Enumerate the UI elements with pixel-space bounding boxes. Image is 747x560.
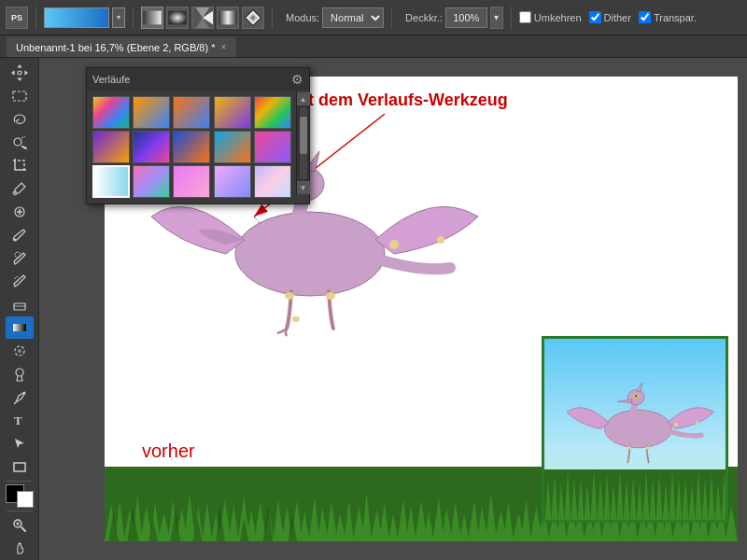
healing-tool[interactable] [6, 201, 34, 223]
dither-group: Dither [589, 11, 631, 23]
svg-point-37 [437, 236, 444, 244]
gradient-swatch-9[interactable] [214, 131, 251, 163]
eraser-tool[interactable] [6, 293, 34, 315]
main-area: T Verläufe ⚙ [0, 58, 747, 560]
before-label: vorher [142, 441, 195, 462]
quick-select-tool[interactable] [6, 131, 34, 153]
mode-group: Modus: Normal [280, 7, 384, 28]
gradient-swatch-15[interactable] [254, 165, 291, 198]
type-tool[interactable]: T [6, 409, 34, 431]
gradient-type-group [141, 7, 264, 29]
gradient-group: ▾ [44, 7, 125, 28]
gradient-linear-btn[interactable] [141, 7, 163, 29]
gradient-picker-settings-icon[interactable]: ⚙ [291, 72, 303, 87]
svg-point-21 [16, 369, 23, 376]
gradient-swatch-12[interactable] [133, 165, 170, 198]
svg-point-36 [389, 240, 399, 249]
gradient-picker-header: Verläufe ⚙ [87, 68, 309, 91]
gradient-swatch-1[interactable] [92, 96, 130, 129]
scroll-up-btn[interactable]: ▲ [297, 92, 310, 105]
gradient-swatch-5[interactable] [254, 96, 291, 129]
gradient-picker-scrollbar: ▲ ▼ [296, 92, 309, 194]
opacity-label: Deckkr.: [405, 12, 443, 23]
gradient-diamond-btn[interactable] [242, 7, 264, 29]
lasso-tool[interactable] [6, 108, 34, 131]
tab-title: Unbenannt-1 bei 16,7% (Ebene 2, RGB/8) * [16, 42, 215, 53]
sep3 [272, 7, 273, 29]
reverse-group: Umkehren [519, 11, 582, 23]
gradient-swatch-3[interactable] [173, 96, 210, 129]
dodge-tool[interactable] [6, 363, 34, 385]
gradient-swatch-2[interactable] [133, 96, 170, 129]
svg-rect-11 [13, 91, 26, 101]
inset-after-image [542, 336, 728, 523]
svg-point-41 [605, 410, 672, 448]
reverse-checkbox[interactable] [519, 11, 531, 23]
gradient-swatch-13[interactable] [173, 165, 210, 198]
gradient-picker-panel: Verläufe ⚙ [86, 67, 310, 204]
blur-tool[interactable] [6, 340, 34, 362]
svg-rect-1 [168, 10, 187, 24]
background-color[interactable] [17, 491, 34, 508]
zoom-tool[interactable] [6, 514, 34, 537]
gradient-swatch-10[interactable] [254, 131, 291, 163]
svg-rect-17 [14, 303, 25, 310]
gradient-swatch-14[interactable] [214, 165, 251, 198]
shape-tool[interactable] [6, 455, 34, 478]
eyedropper-tool[interactable] [6, 177, 34, 200]
svg-point-10 [18, 71, 21, 75]
opacity-input[interactable] [445, 7, 487, 28]
gradient-tool[interactable] [6, 316, 34, 339]
crop-tool[interactable] [6, 154, 34, 176]
sep2 [133, 7, 134, 29]
hand-tool[interactable] [6, 538, 34, 560]
pen-tool[interactable] [6, 386, 34, 409]
svg-point-22 [22, 391, 25, 394]
svg-rect-6 [218, 10, 237, 24]
dither-label: Dither [604, 12, 631, 23]
gradient-radial-btn[interactable] [166, 7, 189, 29]
mode-select[interactable]: Normal [322, 7, 384, 28]
svg-text:T: T [14, 413, 22, 427]
scroll-thumb[interactable] [300, 117, 307, 154]
svg-point-15 [13, 238, 16, 241]
rect-marquee-tool[interactable] [6, 85, 34, 107]
ps-menu-btn[interactable]: PS [6, 7, 28, 29]
opacity-dropdown-btn[interactable]: ▾ [490, 7, 503, 29]
transparent-group: Transpar. [639, 11, 697, 23]
sep5 [511, 7, 512, 29]
main-toolbar: PS ▾ Modus: Normal Deckkr. [0, 0, 747, 35]
gradient-swatch-7[interactable] [133, 131, 170, 163]
svg-rect-24 [14, 463, 25, 471]
gradient-swatch-11[interactable] [92, 165, 130, 198]
sep4 [391, 7, 392, 29]
dither-checkbox[interactable] [589, 11, 601, 23]
history-brush-tool[interactable] [6, 270, 34, 292]
tool-separator2 [7, 511, 33, 511]
tab-bar: Unbenannt-1 bei 16,7% (Ebene 2, RGB/8) *… [0, 35, 747, 58]
svg-point-35 [292, 316, 300, 322]
clone-stamp-tool[interactable] [6, 247, 34, 270]
path-selection-tool[interactable] [6, 432, 34, 455]
gradient-preview[interactable] [44, 7, 109, 28]
gradient-angle-btn[interactable] [191, 7, 214, 29]
svg-point-20 [18, 349, 21, 353]
svg-point-46 [645, 446, 650, 450]
gradient-swatch-8[interactable] [173, 131, 210, 163]
gradient-swatch-4[interactable] [214, 96, 251, 129]
color-boxes[interactable] [6, 484, 34, 509]
brush-tool[interactable] [6, 224, 34, 246]
svg-point-34 [326, 292, 335, 300]
move-tool[interactable] [6, 62, 34, 84]
gradient-dropdown-arrow[interactable]: ▾ [112, 7, 125, 28]
document-tab[interactable]: Unbenannt-1 bei 16,7% (Ebene 2, RGB/8) *… [6, 36, 236, 57]
svg-point-29 [235, 212, 385, 296]
gradient-swatch-6[interactable] [92, 131, 130, 163]
gradient-grid [87, 91, 309, 203]
tool-separator [7, 481, 33, 482]
scroll-down-btn[interactable]: ▼ [297, 181, 310, 194]
gradient-reflected-btn[interactable] [217, 7, 239, 29]
svg-rect-18 [13, 324, 26, 331]
tab-close-btn[interactable]: × [220, 42, 226, 52]
transparent-checkbox[interactable] [639, 11, 651, 23]
